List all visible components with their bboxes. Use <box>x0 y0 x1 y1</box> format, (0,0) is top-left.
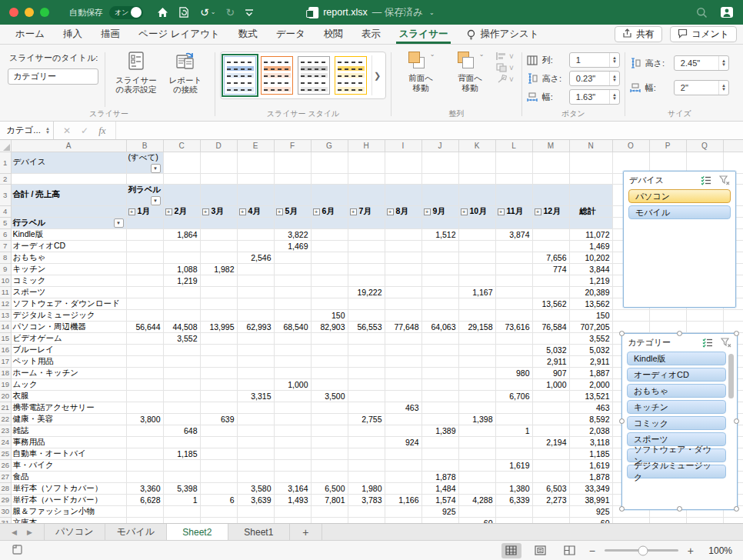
col-header-K[interactable]: K <box>458 140 495 152</box>
cell[interactable] <box>311 173 348 184</box>
cell[interactable] <box>163 344 200 355</box>
cell[interactable] <box>11 173 126 184</box>
size-width-input[interactable]: 2"▲▼ <box>674 80 729 95</box>
cell[interactable] <box>458 173 495 184</box>
size-height-input[interactable]: 2.45"▲▼ <box>674 55 729 71</box>
cell[interactable] <box>126 355 163 367</box>
cell[interactable]: 150 <box>311 309 348 321</box>
cell[interactable] <box>311 217 348 228</box>
expand-icon[interactable]: + <box>239 208 246 215</box>
cell[interactable]: 1,982 <box>200 263 237 275</box>
worksheet-area[interactable]: ABCDEFGHIJKLMNOPQ1デバイス(すべて)▼23合計 / 売上高列ラ… <box>0 140 743 523</box>
account-icon[interactable] <box>720 6 734 18</box>
cell[interactable] <box>532 173 569 184</box>
col-header-G[interactable]: G <box>311 140 348 152</box>
cell[interactable] <box>532 402 569 413</box>
cell[interactable] <box>532 286 569 298</box>
cell[interactable] <box>163 390 200 402</box>
slicer-item-オーディオCD[interactable]: オーディオCD <box>627 368 726 382</box>
cell[interactable]: 3,552 <box>569 332 612 344</box>
cell[interactable] <box>421 173 458 184</box>
cell[interactable]: 77,648 <box>385 321 421 332</box>
cell[interactable] <box>237 309 274 321</box>
col-header-M[interactable]: M <box>532 140 569 152</box>
cell[interactable]: ビデオゲーム <box>11 332 126 344</box>
cell[interactable] <box>385 217 421 228</box>
cell[interactable] <box>495 286 532 298</box>
cell[interactable]: 2,911 <box>532 355 569 367</box>
cell[interactable] <box>274 425 311 436</box>
slicer-scrollbar[interactable] <box>728 354 734 398</box>
cell[interactable] <box>237 459 274 471</box>
cell[interactable]: 2,546 <box>237 252 274 263</box>
cell[interactable] <box>126 240 163 252</box>
cell[interactable] <box>163 402 200 413</box>
cell[interactable]: 1,469 <box>569 240 612 252</box>
cell[interactable]: オーディオCD <box>11 240 126 252</box>
cell[interactable] <box>237 152 274 173</box>
row-header[interactable]: 14 <box>0 321 11 332</box>
cell[interactable]: 1,167 <box>458 286 495 298</box>
expand-icon[interactable]: + <box>350 208 357 215</box>
rotate-objects-button[interactable]: ˅ <box>496 75 514 84</box>
cell[interactable]: 13,562 <box>532 298 569 309</box>
cell[interactable] <box>126 275 163 286</box>
cell[interactable] <box>421 378 458 390</box>
cell[interactable]: +2月 <box>163 205 200 217</box>
cell[interactable] <box>126 378 163 390</box>
cell[interactable]: パソコン・周辺機器 <box>11 321 126 332</box>
cell[interactable] <box>348 402 385 413</box>
multi-select-icon[interactable] <box>701 175 711 185</box>
enter-icon[interactable]: ✓ <box>81 125 88 136</box>
cell[interactable]: 雑誌 <box>11 425 126 436</box>
row-header[interactable]: 15 <box>0 332 11 344</box>
report-connections-button[interactable]: レポート の接続 <box>161 49 210 95</box>
add-sheet-button[interactable]: + <box>290 524 322 540</box>
cell[interactable] <box>495 448 532 459</box>
cell[interactable]: 774 <box>532 263 569 275</box>
row-header[interactable]: 22 <box>0 413 11 425</box>
cell[interactable]: ホーム・キッチン <box>11 367 126 378</box>
cell[interactable] <box>200 367 237 378</box>
cell[interactable]: 文庫本 <box>11 517 126 523</box>
row-header[interactable]: 25 <box>0 448 11 459</box>
cell[interactable] <box>421 332 458 344</box>
cell[interactable] <box>126 425 163 436</box>
cell[interactable] <box>495 173 532 184</box>
expand-icon[interactable]: + <box>461 208 468 215</box>
cell[interactable] <box>458 263 495 275</box>
row-1[interactable]: 1デバイス(すべて)▼ <box>0 152 743 173</box>
cell[interactable]: コミック <box>11 275 126 286</box>
cell[interactable] <box>421 390 458 402</box>
cell[interactable] <box>686 321 723 332</box>
cell[interactable]: 1,619 <box>569 459 612 471</box>
row-header[interactable]: 17 <box>0 355 11 367</box>
cell[interactable] <box>612 321 649 332</box>
cell[interactable] <box>126 459 163 471</box>
cell[interactable] <box>385 367 421 378</box>
cell[interactable] <box>348 448 385 459</box>
slicer-item-モバイル[interactable]: モバイル <box>628 205 731 219</box>
slicer-style-option-yellow[interactable] <box>335 56 367 95</box>
slicer-device[interactable]: デバイスパソコンモバイル <box>623 171 736 308</box>
cell[interactable] <box>495 275 532 286</box>
cell[interactable]: 925 <box>569 505 612 517</box>
cell[interactable] <box>532 152 569 173</box>
expand-icon[interactable]: + <box>128 208 135 215</box>
cell[interactable] <box>495 505 532 517</box>
cell[interactable]: 150 <box>569 309 612 321</box>
cell[interactable]: 2,911 <box>569 355 612 367</box>
cell[interactable] <box>163 252 200 263</box>
cell[interactable]: キッチン <box>11 263 126 275</box>
cell[interactable] <box>200 298 237 309</box>
cell[interactable]: 11,072 <box>569 228 612 240</box>
align-objects-button[interactable]: ˅ <box>496 52 514 61</box>
cell[interactable]: 3,844 <box>569 263 612 275</box>
cell[interactable] <box>385 425 421 436</box>
cell[interactable]: 1,980 <box>348 482 385 494</box>
cell[interactable] <box>126 173 163 184</box>
cell[interactable]: 1,493 <box>274 494 311 505</box>
cell[interactable] <box>200 286 237 298</box>
zoom-slider-knob[interactable] <box>638 545 648 555</box>
sheet-badge-icon[interactable] <box>11 543 23 558</box>
